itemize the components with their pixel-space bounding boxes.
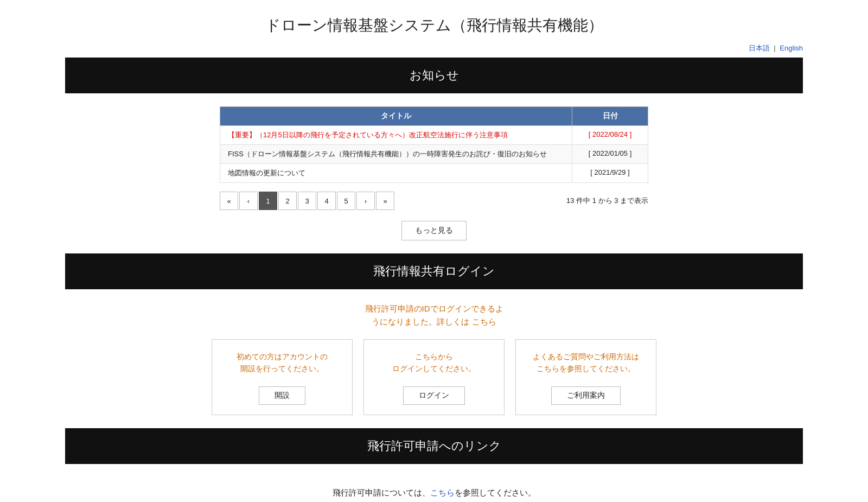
permit-section-content: 飛行許可申請については、こちらを参照してください。 [65, 464, 803, 502]
notice-title-cell: 地図情報の更新について [220, 164, 572, 183]
page-2-btn[interactable]: 2 [278, 192, 297, 210]
permit-link[interactable]: こちら [430, 488, 455, 497]
page-title: ドローン情報基盤システム（飛行情報共有機能） [65, 0, 803, 41]
notice-section-header: お知らせ [65, 58, 803, 93]
notice-date-cell: [ 2022/01/05 ] [572, 145, 648, 164]
login-cards: 初めての方はアカウントの開設を行ってください。開設こちらからログインしてください… [65, 339, 803, 415]
page-prev-btn[interactable]: ‹ [239, 192, 258, 210]
login-card-1: こちらからログインしてください。ログイン [363, 339, 505, 415]
page-last-btn[interactable]: » [376, 192, 394, 210]
page-next-btn[interactable]: › [356, 192, 375, 210]
notice-title-cell: FISS（ドローン情報基盤システム（飛行情報共有機能））の一時障害発生のお詫び・… [220, 145, 572, 164]
login-section-content: 飛行許可申請のIDでログインできるよ うになりました。詳しくは こちら 初めての… [65, 289, 803, 428]
notice-date-cell: [ 2022/08/24 ] [572, 126, 648, 145]
pagination-info: 13 件中 1 から 3 まで表示 [566, 196, 648, 206]
permit-section-header: 飛行許可申請へのリンク [65, 428, 803, 464]
more-btn-wrapper: もっと見る [220, 221, 648, 240]
col-date: 日付 [572, 107, 648, 126]
login-card-button-2[interactable]: ご利用案内 [551, 386, 621, 405]
notice-section-content: タイトル 日付 【重要】（12月5日以降の飛行を予定されている方々へ）改正航空法… [65, 93, 803, 253]
pagination-buttons: « ‹ 1 2 3 4 5 › » [220, 192, 394, 210]
login-card-2: よくあるご質問やご利用方法はこちらを参照してください。ご利用案内 [515, 339, 656, 415]
notice-table: タイトル 日付 【重要】（12月5日以降の飛行を予定されている方々へ）改正航空法… [220, 106, 648, 183]
page-4-btn[interactable]: 4 [317, 192, 336, 210]
login-card-desc-2: よくあるご質問やご利用方法はこちらを参照してください。 [533, 351, 639, 375]
page-3-btn[interactable]: 3 [298, 192, 316, 210]
language-bar: 日本語 | English [65, 41, 803, 58]
login-card-desc-0: 初めての方はアカウントの開設を行ってください。 [237, 351, 328, 375]
page-5-btn[interactable]: 5 [337, 192, 355, 210]
login-card-button-1[interactable]: ログイン [403, 386, 465, 405]
page-first-btn[interactable]: « [220, 192, 238, 210]
page-1-btn[interactable]: 1 [259, 192, 277, 210]
login-notice-link[interactable]: こちら [472, 317, 496, 326]
permit-text: 飛行許可申請については、こちらを参照してください。 [65, 488, 803, 498]
login-card-button-0[interactable]: 開設 [259, 386, 305, 405]
lang-japanese[interactable]: 日本語 [749, 44, 770, 52]
notice-table-wrapper: タイトル 日付 【重要】（12月5日以降の飛行を予定されている方々へ）改正航空法… [220, 106, 648, 240]
notice-title-cell: 【重要】（12月5日以降の飛行を予定されている方々へ）改正航空法施行に伴う注意事… [220, 126, 572, 145]
lang-english[interactable]: English [780, 44, 803, 52]
more-button[interactable]: もっと見る [401, 221, 467, 240]
pagination-row: « ‹ 1 2 3 4 5 › » 13 件中 1 から 3 まで表示 [220, 192, 648, 210]
notice-date-cell: [ 2021/9/29 ] [572, 164, 648, 183]
lang-separator: | [774, 44, 775, 52]
login-card-0: 初めての方はアカウントの開設を行ってください。開設 [212, 339, 353, 415]
login-section-header: 飛行情報共有ログイン [65, 253, 803, 289]
notice-title-link[interactable]: 【重要】（12月5日以降の飛行を予定されている方々へ）改正航空法施行に伴う注意事… [228, 131, 508, 139]
col-title: タイトル [220, 107, 572, 126]
login-card-desc-1: こちらからログインしてください。 [392, 351, 476, 375]
login-notice: 飛行許可申請のIDでログインできるよ うになりました。詳しくは こちら [65, 302, 803, 328]
